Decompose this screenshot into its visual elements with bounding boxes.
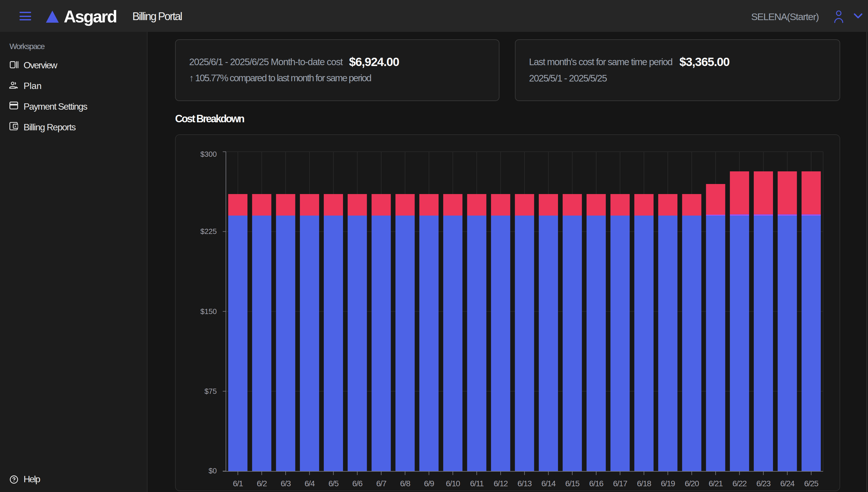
svg-text:6/16: 6/16 bbox=[589, 479, 604, 488]
svg-text:6/20: 6/20 bbox=[685, 479, 699, 488]
svg-text:6/23: 6/23 bbox=[757, 479, 771, 488]
svg-text:6/19: 6/19 bbox=[661, 479, 675, 488]
svg-text:6/13: 6/13 bbox=[518, 479, 532, 488]
svg-text:6/11: 6/11 bbox=[470, 479, 483, 488]
svg-text:6/24: 6/24 bbox=[780, 479, 795, 488]
svg-text:6/21: 6/21 bbox=[709, 479, 723, 488]
svg-text:$150: $150 bbox=[200, 307, 217, 316]
svg-text:6/6: 6/6 bbox=[352, 479, 363, 488]
svg-text:6/14: 6/14 bbox=[541, 479, 556, 488]
svg-text:6/5: 6/5 bbox=[328, 479, 339, 488]
svg-text:6/22: 6/22 bbox=[733, 479, 747, 488]
svg-text:6/9: 6/9 bbox=[424, 479, 434, 488]
svg-text:$75: $75 bbox=[204, 387, 217, 396]
svg-text:6/18: 6/18 bbox=[637, 479, 651, 488]
svg-text:6/8: 6/8 bbox=[400, 479, 411, 488]
svg-text:$300: $300 bbox=[200, 150, 217, 158]
svg-text:6/15: 6/15 bbox=[565, 479, 579, 488]
svg-text:6/4: 6/4 bbox=[304, 479, 315, 488]
svg-text:6/2: 6/2 bbox=[256, 479, 267, 488]
svg-text:6/25: 6/25 bbox=[804, 479, 819, 488]
svg-text:6/17: 6/17 bbox=[613, 479, 627, 488]
svg-text:6/3: 6/3 bbox=[281, 479, 291, 488]
svg-text:6/7: 6/7 bbox=[376, 479, 387, 488]
svg-text:$225: $225 bbox=[200, 227, 217, 236]
svg-text:6/12: 6/12 bbox=[494, 479, 508, 488]
svg-text:6/10: 6/10 bbox=[446, 479, 460, 488]
svg-text:6/1: 6/1 bbox=[233, 479, 243, 488]
svg-text:$0: $0 bbox=[208, 466, 217, 475]
